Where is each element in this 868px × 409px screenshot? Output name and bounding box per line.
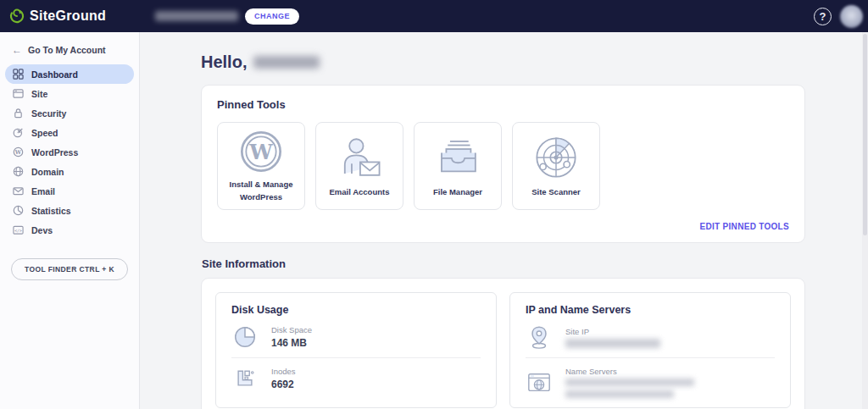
sidebar-item-site[interactable]: Site: [5, 84, 134, 103]
svg-text:</>: </>: [14, 229, 22, 233]
dashboard-grid-icon: [13, 69, 24, 80]
redacted-domain-name: [155, 11, 238, 21]
wordpress-icon: W: [13, 146, 24, 158]
tool-card-email-accounts[interactable]: Email Accounts: [315, 122, 403, 210]
sidebar-item-wordpress[interactable]: W WordPress: [5, 142, 134, 162]
change-site-button[interactable]: CHANGE: [245, 8, 299, 25]
ip-name-servers-card: IP and Name Servers Site IP: [509, 292, 791, 408]
pinned-tools-title: Pinned Tools: [217, 98, 789, 111]
inodes-row: Inodes 6692: [231, 357, 481, 398]
page-title-greeting: Hello,: [201, 53, 247, 72]
brand-name: SiteGround: [30, 8, 106, 24]
globe-browser-icon: [526, 370, 553, 395]
sidebar-item-label: Site: [31, 89, 47, 99]
sidebar-item-statistics[interactable]: Statistics: [5, 201, 134, 220]
topbar: SiteGround CHANGE ?: [0, 0, 868, 32]
go-to-my-account-link[interactable]: ← Go To My Account: [0, 39, 139, 64]
redacted-name-server-2: [565, 390, 674, 398]
help-icon[interactable]: ?: [814, 8, 832, 25]
edit-pinned-tools-link[interactable]: EDIT PINNED TOOLS: [700, 222, 789, 231]
sidebar-item-label: Speed: [31, 128, 58, 138]
lock-icon: [13, 108, 24, 119]
sidebar-item-label: Dashboard: [31, 69, 78, 80]
inodes-label: Inodes: [271, 367, 296, 376]
name-servers-label: Name Servers: [565, 367, 694, 376]
user-avatar[interactable]: [840, 5, 863, 28]
site-information-grid: Disk Usage Disk Space 146 MB: [215, 292, 791, 408]
svg-text:W: W: [248, 140, 273, 164]
sidebar-item-devs[interactable]: </> Devs: [5, 220, 134, 240]
wordpress-tool-icon: W: [236, 127, 286, 176]
site-ip-label: Site IP: [565, 327, 660, 336]
sidebar-item-label: Security: [31, 108, 66, 119]
redacted-user-name: [253, 56, 320, 69]
tool-label: Email Accounts: [330, 186, 390, 199]
disk-space-row: Disk Space 146 MB: [231, 316, 481, 357]
tool-finder-button[interactable]: TOOL FINDER CTRL + K: [11, 258, 128, 280]
inodes-blocks-icon: [231, 367, 259, 390]
siteground-logo[interactable]: SiteGround: [8, 8, 106, 25]
globe-icon: [13, 166, 24, 177]
site-information-card: Disk Usage Disk Space 146 MB: [201, 278, 805, 409]
pinned-tools-card: Pinned Tools W Install & Manage WordPres…: [201, 85, 805, 243]
envelope-icon: [13, 185, 24, 196]
site-scanner-icon: [531, 131, 581, 184]
tool-card-install-manage-wordpress[interactable]: W Install & Manage WordPress: [217, 122, 305, 210]
sidebar-item-security[interactable]: Security: [5, 103, 134, 123]
edit-row: EDIT PINNED TOOLS: [217, 222, 789, 231]
disk-space-value: 146 MB: [271, 337, 312, 349]
location-pin-icon: [526, 324, 553, 350]
redacted-name-server-1: [565, 379, 694, 386]
disk-usage-card: Disk Usage Disk Space 146 MB: [215, 292, 497, 408]
main-content: Hello, Pinned Tools W Install & Manage W…: [141, 32, 868, 409]
email-accounts-icon: [335, 131, 384, 184]
tool-label: Install & Manage WordPress: [225, 179, 298, 203]
ip-name-servers-title: IP and Name Servers: [526, 304, 775, 316]
browser-icon: [13, 88, 24, 99]
speedometer-icon: [13, 127, 24, 138]
code-icon: </>: [13, 224, 24, 235]
sidebar-item-dashboard[interactable]: Dashboard: [5, 64, 134, 84]
pinned-tools-row: W Install & Manage WordPress: [217, 122, 789, 210]
inodes-value: 6692: [271, 379, 296, 390]
sidebar-item-label: Domain: [31, 167, 64, 177]
tool-card-site-scanner[interactable]: Site Scanner: [512, 122, 600, 210]
sidebar: ← Go To My Account Dashboard Site: [0, 32, 140, 409]
site-information-title: Site Information: [202, 257, 805, 270]
siteground-logo-icon: [8, 8, 25, 25]
sidebar-item-domain[interactable]: Domain: [5, 162, 134, 181]
greeting-row: Hello,: [201, 51, 805, 73]
site-ip-row: Site IP: [526, 316, 775, 357]
scrollbar-thumb[interactable]: [863, 34, 867, 235]
sidebar-item-email[interactable]: Email: [5, 181, 134, 201]
file-manager-icon: [433, 131, 482, 184]
tool-card-file-manager[interactable]: File Manager: [414, 122, 502, 210]
back-arrow-icon: ←: [12, 44, 22, 56]
sidebar-item-label: Email: [31, 186, 55, 196]
back-link-label: Go To My Account: [28, 45, 106, 55]
pie-chart-icon: [13, 205, 24, 216]
sidebar-item-label: WordPress: [31, 147, 78, 158]
tool-label: File Manager: [433, 186, 482, 199]
sidebar-item-label: Devs: [31, 225, 53, 235]
topbar-right: ?: [814, 5, 863, 28]
disk-usage-title: Disk Usage: [231, 304, 481, 316]
siteground-dashboard-screen: SiteGround CHANGE ? ← Go To My Account D…: [0, 0, 868, 409]
scrollbar-track[interactable]: [862, 32, 868, 409]
disk-space-label: Disk Space: [271, 325, 312, 334]
sidebar-item-label: Statistics: [31, 206, 71, 216]
svg-text:W: W: [14, 149, 22, 156]
current-site-selector: CHANGE: [155, 8, 299, 25]
disk-pie-icon: [231, 324, 259, 350]
redacted-site-ip-value: [565, 339, 660, 348]
name-servers-row: Name Servers: [526, 357, 775, 406]
sidebar-item-speed[interactable]: Speed: [5, 123, 134, 142]
tool-label: Site Scanner: [531, 186, 581, 199]
